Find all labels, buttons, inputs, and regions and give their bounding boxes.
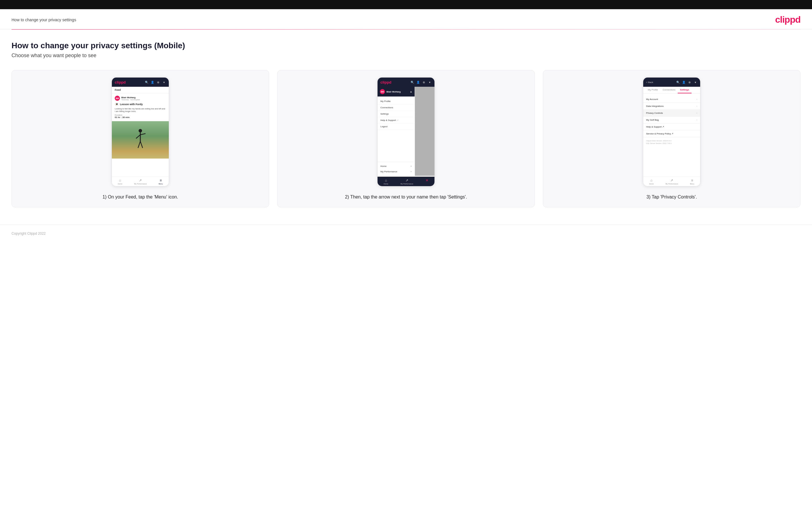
menu-section-home[interactable]: Home ▾ — [377, 163, 415, 169]
home-label-s2: Home — [384, 183, 388, 185]
step-3-caption: 3) Tap 'Privacy Controls'. — [646, 194, 697, 200]
search-icon: 🔍 — [145, 80, 149, 84]
nav2-close: ✕ — [425, 178, 428, 185]
top-bar — [0, 0, 812, 9]
menu-item-connections-label: Connections — [380, 106, 393, 109]
golfer-svg — [135, 128, 146, 151]
search-icon-3: 🔍 — [676, 80, 680, 84]
logout-label: Logout — [380, 125, 387, 128]
user-icon-2: 👤 — [416, 80, 420, 84]
menu-label: Menu — [158, 183, 163, 185]
nav2-performance: ↗ My Performance — [401, 178, 413, 185]
settings-icon: ⊕ — [156, 80, 160, 84]
settings-icon-3: ⊕ — [688, 80, 692, 84]
feed-description: Looking to feel like my hands are exitin… — [115, 107, 166, 113]
settings-icon-2: ⊕ — [422, 80, 426, 84]
menu-item-help[interactable]: Help & Support ↗ — [377, 117, 415, 123]
feed-user-info: Blair McHarg Yesterday · Sunningdale — [121, 96, 140, 101]
account-label: My Account — [646, 98, 658, 101]
settings-nav: < Back 🔍 👤 ⊕ ▾ — [643, 77, 700, 87]
logo: clippd — [775, 14, 801, 25]
golf-bag-chevron: › — [697, 119, 697, 121]
menu-user-info: BM Blair McHarg — [380, 89, 401, 94]
feed-item: BM Blair McHarg Yesterday · Sunningdale … — [112, 93, 169, 121]
svg-point-0 — [139, 129, 142, 132]
feed-tab: Feed — [112, 87, 169, 93]
home-label: Home — [117, 183, 122, 185]
svg-line-5 — [140, 141, 143, 148]
chevron-icon-2: ▾ — [427, 80, 432, 84]
nav3-home: ⌂ Home — [649, 178, 654, 185]
menu-item-profile-label: My Profile — [380, 100, 391, 103]
settings-item-help[interactable]: Help & Support ↗ — [643, 123, 700, 130]
feed-time: Yesterday · Sunningdale — [121, 99, 140, 101]
feed-duration-row: Duration 01 hr : 30 min — [115, 114, 166, 119]
phone-1-icons: 🔍 👤 ⊕ ▾ — [145, 80, 166, 84]
phone-1-logo: clippd — [115, 80, 125, 84]
tab-my-profile[interactable]: My Profile — [646, 87, 660, 93]
phone-1-bottom: ⌂ Home ↗ My Performance ≡ Menu — [112, 177, 169, 186]
menu-icon: ≡ — [160, 178, 162, 182]
svg-line-3 — [140, 133, 146, 135]
settings-tabs: My Profile Connections Settings — [643, 87, 700, 94]
user-icon: 👤 — [150, 80, 154, 84]
settings-item-account[interactable]: My Account › — [643, 96, 700, 103]
phone-3-bottom: ⌂ Home ↗ My Performance ≡ Menu — [643, 177, 700, 186]
section-home-label: Home — [380, 165, 387, 167]
settings-item-service[interactable]: Service & Privacy Policy ↗ — [643, 130, 700, 137]
duration-value: 01 hr : 30 min — [115, 116, 130, 119]
performance-label: My Performance — [134, 183, 147, 185]
phone-2-nav: clippd 🔍 👤 ⊕ ▾ — [377, 77, 435, 87]
menu-item-profile[interactable]: My Profile — [377, 98, 415, 105]
step-2-phone: clippd 🔍 👤 ⊕ ▾ BM — [377, 77, 435, 186]
menu-username: Blair McHarg — [387, 91, 401, 93]
phone-2-logo: clippd — [380, 80, 391, 84]
main-content: How to change your privacy settings (Mob… — [0, 30, 812, 225]
user-icon-3: 👤 — [682, 80, 686, 84]
tab-connections[interactable]: Connections — [660, 87, 678, 93]
close-icon-s2: ✕ — [425, 178, 428, 182]
menu-up-chevron: ▲ — [410, 90, 412, 93]
step-1-caption: 1) On your Feed, tap the 'Menu' icon. — [102, 194, 178, 200]
menu-item-settings-label: Settings — [380, 113, 389, 115]
feed-avatar: BM — [115, 96, 120, 101]
step-2-card: clippd 🔍 👤 ⊕ ▾ BM — [277, 70, 535, 208]
svg-line-4 — [138, 141, 140, 148]
phone-2-bottom: ⌂ Home ↗ My Performance ✕ — [377, 177, 435, 186]
perf-label-3: My Performance — [665, 183, 678, 185]
menu-item-connections[interactable]: Connections — [377, 105, 415, 111]
step-1-card: clippd 🔍 👤 ⊕ ▾ Feed BM Blair McHar — [11, 70, 269, 208]
section-performance-label: My Performance — [380, 170, 397, 173]
menu-panel: BM Blair McHarg ▲ My Profile Connection — [377, 87, 415, 176]
privacy-label: Privacy Controls — [646, 112, 663, 114]
nav2-home: ⌂ Home — [384, 178, 388, 185]
help-ext-icon: ↗ — [397, 119, 399, 121]
footer: Copyright Clippd 2022 — [0, 225, 812, 241]
phone-1-nav: clippd 🔍 👤 ⊕ ▾ — [112, 77, 169, 87]
page-subtitle: Choose what you want people to see — [11, 53, 801, 59]
chevron-icon-3: ▾ — [693, 80, 697, 84]
nav-menu: ≡ Menu — [158, 178, 163, 185]
data-label: Data Integrations — [646, 105, 664, 107]
menu-items: My Profile Connections Settings Help & S… — [377, 97, 415, 162]
menu-item-logout[interactable]: Logout — [377, 123, 415, 130]
nav3-menu: ≡ Menu — [690, 178, 694, 185]
performance-chevron-icon: ▾ — [411, 171, 412, 173]
menu-avatar: BM — [380, 89, 385, 94]
phone-3-icons: 🔍 👤 ⊕ ▾ — [676, 80, 697, 84]
back-button[interactable]: < Back — [646, 81, 653, 83]
nav3-performance: ↗ My Performance — [665, 178, 678, 185]
settings-item-data[interactable]: Data Integrations › — [643, 103, 700, 110]
menu-overlay: BM Blair McHarg ▲ My Profile Connection — [377, 87, 435, 176]
feed-lesson-row: 🎓 Lesson with Fordy — [115, 102, 166, 106]
performance-icon: ↗ — [139, 178, 142, 182]
svg-line-2 — [136, 135, 140, 138]
copyright: Copyright Clippd 2022 — [11, 231, 46, 235]
menu-section-performance[interactable]: My Performance ▾ — [377, 169, 415, 174]
settings-item-privacy[interactable]: Privacy Controls › — [643, 110, 700, 117]
perf-icon-3: ↗ — [670, 178, 673, 182]
tab-settings[interactable]: Settings — [678, 87, 692, 93]
account-chevron: › — [697, 98, 697, 101]
menu-item-settings[interactable]: Settings — [377, 111, 415, 117]
settings-item-golf-bag[interactable]: My Golf Bag › — [643, 117, 700, 123]
